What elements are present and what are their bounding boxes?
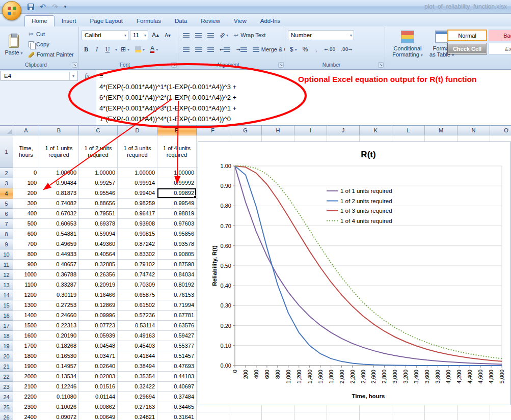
font-color-button[interactable]: A▾ <box>148 44 160 54</box>
cell-E13[interactable]: 0.80192 <box>157 280 197 290</box>
cell-E25[interactable]: 0.34465 <box>157 402 197 412</box>
cell-C2[interactable]: 1.00000 <box>79 168 118 178</box>
cell-D21[interactable]: 0.38494 <box>118 361 157 372</box>
italic-button[interactable]: I <box>92 44 101 54</box>
cell-D13[interactable]: 0.70309 <box>118 280 157 290</box>
cell-A4[interactable]: 200 <box>13 188 39 199</box>
column-header-B[interactable]: B <box>39 126 79 135</box>
cell-C13[interactable]: 0.20919 <box>79 280 118 290</box>
cell-style-check-cell[interactable]: Check Cell <box>447 43 487 54</box>
shrink-font-button[interactable]: A▾ <box>163 30 173 40</box>
cell-E8[interactable]: 0.95856 <box>157 229 197 239</box>
cell-E2[interactable]: 1.00000 <box>157 168 197 178</box>
cell-D16[interactable]: 0.57236 <box>118 311 157 321</box>
cell-E16[interactable]: 0.67781 <box>157 311 197 321</box>
column-header-H[interactable]: H <box>262 126 294 135</box>
redo-button[interactable]: ↷ <box>50 2 60 12</box>
column-header-A[interactable]: A <box>13 126 39 135</box>
row-header-23[interactable]: 23 <box>0 382 13 392</box>
cell-C18[interactable]: 0.05939 <box>79 331 118 341</box>
cell-E3[interactable]: 0.99992 <box>157 178 197 188</box>
cell-A24[interactable]: 2200 <box>13 392 39 402</box>
cell-B22[interactable]: 0.13534 <box>39 372 79 382</box>
conditional-formatting-button[interactable]: Conditional Formatting▾ <box>387 29 428 59</box>
name-box-dropdown-icon[interactable]: ▾ <box>69 72 77 80</box>
cell-D26[interactable]: 0.24821 <box>118 412 157 420</box>
percent-style-button[interactable]: % <box>301 44 310 54</box>
cell-E24[interactable]: 0.37484 <box>157 392 197 402</box>
clipboard-dialog-launcher[interactable]: ↘ <box>72 62 77 68</box>
cell-E4[interactable]: 0.99892 <box>157 188 197 199</box>
cell-B8[interactable]: 0.54881 <box>39 229 79 239</box>
cell-D3[interactable]: 0.99914 <box>118 178 157 188</box>
cell-B15[interactable]: 0.27253 <box>39 300 79 311</box>
select-all-corner[interactable] <box>0 126 13 135</box>
fill-color-button[interactable]: ▾ <box>133 44 147 54</box>
font-size-select[interactable]: 11▾ <box>130 30 148 40</box>
cell-D17[interactable]: 0.53114 <box>118 321 157 331</box>
column-header-L[interactable]: L <box>392 126 425 135</box>
cell-C25[interactable]: 0.00862 <box>79 402 118 412</box>
font-dialog-launcher[interactable]: ↘ <box>171 62 177 68</box>
row-header-9[interactable]: 9 <box>0 239 13 249</box>
cell-E23[interactable]: 0.40697 <box>157 382 197 392</box>
align-middle-button[interactable] <box>193 30 204 40</box>
row-header-26[interactable]: 26 <box>0 412 13 420</box>
row-header-10[interactable]: 10 <box>0 249 13 260</box>
cell-E9[interactable]: 0.93578 <box>157 239 197 249</box>
cell-G26[interactable] <box>229 412 262 420</box>
tab-data[interactable]: Data <box>168 16 194 26</box>
row-header-17[interactable]: 17 <box>0 321 13 331</box>
cell-E19[interactable]: 0.55377 <box>157 341 197 351</box>
borders-button[interactable]: ⊞▾ <box>119 44 131 54</box>
cell-C8[interactable]: 0.59094 <box>79 229 118 239</box>
cell-E26[interactable]: 0.31641 <box>157 412 197 420</box>
cell-C5[interactable]: 0.88656 <box>79 199 118 209</box>
cell-E18[interactable]: 0.59427 <box>157 331 197 341</box>
cell-B4[interactable]: 0.81873 <box>39 188 79 199</box>
tab-home[interactable]: Home <box>24 15 55 26</box>
increase-indent-button[interactable]: → <box>234 44 249 54</box>
cell-style-explanatory[interactable]: Ex <box>489 43 511 54</box>
cell-D6[interactable]: 0.96417 <box>118 209 157 219</box>
cell-C7[interactable]: 0.69378 <box>79 219 118 229</box>
cell-style-bad[interactable]: Bad <box>489 30 511 41</box>
cell-D25[interactable]: 0.27163 <box>118 402 157 412</box>
row-header-5[interactable]: 5 <box>0 199 13 209</box>
align-right-button[interactable] <box>205 44 216 54</box>
column-header-K[interactable]: K <box>360 126 392 135</box>
tab-formulas[interactable]: Formulas <box>130 16 168 26</box>
cut-button[interactable]: ✂Cut <box>27 29 75 39</box>
align-bottom-button[interactable] <box>205 30 216 40</box>
row-header-12[interactable]: 12 <box>0 270 13 280</box>
cell-C20[interactable]: 0.03471 <box>79 351 118 361</box>
cell-C23[interactable]: 0.01516 <box>79 382 118 392</box>
cell-E12[interactable]: 0.84034 <box>157 270 197 280</box>
cell-A2[interactable]: 0 <box>13 168 39 178</box>
cell-A7[interactable]: 500 <box>13 219 39 229</box>
cell-A23[interactable]: 2100 <box>13 382 39 392</box>
cell-A15[interactable]: 1300 <box>13 300 39 311</box>
comma-style-button[interactable]: , <box>311 44 320 54</box>
wrap-text-button[interactable]: ↩Wrap Text <box>232 30 267 40</box>
column-header-C[interactable]: C <box>79 126 118 135</box>
office-button[interactable] <box>2 1 21 20</box>
grow-font-button[interactable]: A▴ <box>150 30 161 40</box>
bold-button[interactable]: B <box>82 44 91 54</box>
cell-O26[interactable] <box>490 412 511 420</box>
cell-B7[interactable]: 0.60653 <box>39 219 79 229</box>
merge-center-button[interactable]: Merge & Center▾ <box>251 44 285 54</box>
orientation-button[interactable]: ab▾ <box>218 30 230 40</box>
cell-D11[interactable]: 0.79102 <box>118 260 157 270</box>
cell-B6[interactable]: 0.67032 <box>39 209 79 219</box>
cell-A22[interactable]: 2000 <box>13 372 39 382</box>
cell-L26[interactable] <box>392 412 425 420</box>
row-header-21[interactable]: 21 <box>0 361 13 372</box>
cell-E7[interactable]: 0.97603 <box>157 219 197 229</box>
cell-D2[interactable]: 1.00000 <box>118 168 157 178</box>
decrease-decimal-button[interactable]: .00→ <box>339 44 354 54</box>
align-left-button[interactable] <box>181 44 192 54</box>
cell-D1[interactable]: 1 of 3 units required <box>118 135 157 168</box>
cell-B19[interactable]: 0.18268 <box>39 341 79 351</box>
cell-C14[interactable]: 0.16466 <box>79 290 118 300</box>
